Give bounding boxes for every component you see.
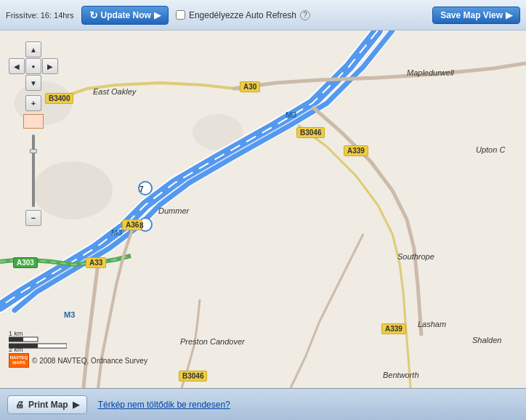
print-arrow-icon: ▶ xyxy=(73,400,79,410)
svg-rect-7 xyxy=(9,337,23,342)
zoom-slider-handle[interactable] xyxy=(30,149,37,153)
map-reload-link[interactable]: Térkép nem töltődik be rendesen? xyxy=(98,400,230,410)
empty-cell xyxy=(9,75,25,91)
auto-refresh-label: Engedélyezze Auto Refresh xyxy=(189,10,296,20)
map-container[interactable]: ▲ ◀ ● ▶ ▼ + − Mapledurwell East Oakley U… xyxy=(0,31,526,388)
auto-refresh-area: Engedélyezze Auto Refresh ? xyxy=(176,10,310,20)
svg-text:1 km: 1 km xyxy=(9,331,23,337)
svg-text:2 km: 2 km xyxy=(9,346,23,352)
navteq-logo-box: NAVTEQMAPS xyxy=(9,353,29,368)
scale-bar: 1 km . 2 km xyxy=(9,331,67,352)
zoom-in-button[interactable]: + xyxy=(25,95,41,111)
pan-down-button[interactable]: ▼ xyxy=(25,75,41,91)
update-now-button[interactable]: ↻ Update Now ▶ xyxy=(81,6,169,25)
save-map-button[interactable]: Save Map View ▶ xyxy=(432,7,520,24)
zoom-slider[interactable] xyxy=(32,134,35,207)
toolbar: Frissítve: 16: 14hrs ↻ Update Now ▶ Enge… xyxy=(0,0,526,31)
navteq-text: NAVTEQMAPS xyxy=(10,355,28,365)
junction-7-label: 7 xyxy=(139,185,144,193)
save-arrow-icon: ▶ xyxy=(506,10,512,20)
help-icon[interactable]: ? xyxy=(300,10,310,20)
print-btn-label: Print Map xyxy=(28,400,68,410)
freshness-label: Frissítve: 16: 14hrs xyxy=(6,11,74,20)
zoom-out-button[interactable]: − xyxy=(25,210,41,226)
empty-cell xyxy=(42,41,58,57)
navteq-logo: NAVTEQMAPS © 2008 NAVTEQ, Ordnance Surve… xyxy=(9,353,147,368)
pan-up-button[interactable]: ▲ xyxy=(25,41,41,57)
pan-right-button[interactable]: ▶ xyxy=(42,58,58,74)
map-controls: ▲ ◀ ● ▶ ▼ + − xyxy=(9,41,58,226)
copyright-text: © 2008 NAVTEQ, Ordnance Survey xyxy=(32,357,147,365)
overview-map-button[interactable] xyxy=(23,114,44,129)
arrow-icon: ▶ xyxy=(154,10,161,20)
update-btn-label: Update Now xyxy=(101,10,151,20)
print-map-button[interactable]: 🖨 Print Map ▶ xyxy=(7,395,87,414)
save-map-label: Save Map View xyxy=(440,10,503,20)
empty-cell xyxy=(9,41,25,57)
auto-refresh-checkbox[interactable] xyxy=(176,10,185,20)
svg-text:.: . xyxy=(9,336,11,344)
bottom-bar: 🖨 Print Map ▶ Térkép nem töltődik be ren… xyxy=(0,388,526,420)
empty-cell xyxy=(42,75,58,91)
zoom-slider-container xyxy=(32,134,35,207)
navigation-cross: ▲ ◀ ● ▶ ▼ xyxy=(9,41,58,91)
junction-8-label: 8 xyxy=(139,222,144,230)
pan-center-button[interactable]: ● xyxy=(25,58,41,74)
printer-icon: 🖨 xyxy=(15,400,24,410)
refresh-icon: ↻ xyxy=(89,9,98,21)
pan-left-button[interactable]: ◀ xyxy=(9,58,25,74)
